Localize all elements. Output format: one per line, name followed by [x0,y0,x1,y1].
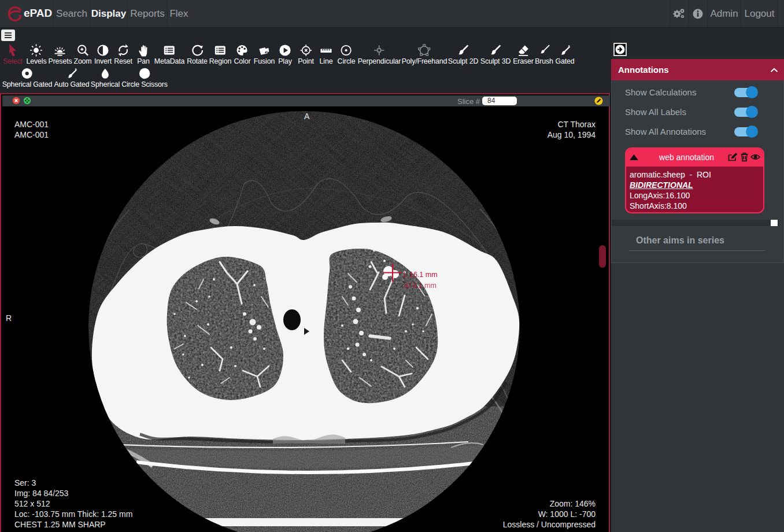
svg-text:W 8.1 mm: W 8.1 mm [404,282,437,290]
svg-text:L 16.1 mm: L 16.1 mm [404,271,438,279]
